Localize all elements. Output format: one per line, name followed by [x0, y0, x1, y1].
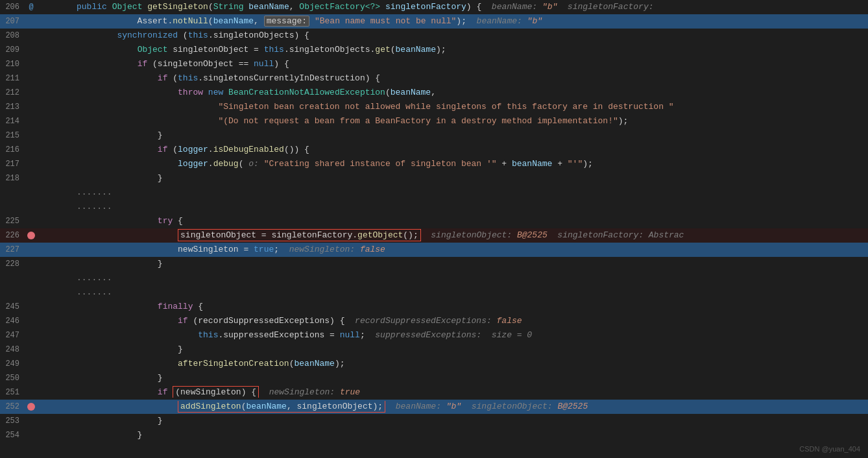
code-content: } — [71, 257, 868, 271]
line-number: 213 — [3, 102, 23, 112]
breakpoint-icon[interactable] — [27, 403, 35, 411]
line-number: 214 — [3, 117, 23, 126]
code-line-228: 228 } — [0, 257, 868, 271]
code-line-252: 252 addSingleton(beanName, singletonObje… — [0, 400, 868, 414]
line-number: 212 — [3, 88, 23, 97]
code-line-212: 212 throw new BeanCreationNotAllowedExce… — [0, 86, 868, 100]
code-line-211: 211 if (this.singletonsCurrentlyInDestru… — [0, 71, 868, 86]
line-number: 248 — [3, 345, 23, 354]
code-line-218: 218 } — [0, 171, 868, 186]
code-content: if (recordSuppressedExceptions) { record… — [71, 314, 868, 328]
code-line-253: 253 } — [0, 414, 868, 428]
code-content: public Object getSingleton(String beanNa… — [71, 0, 868, 14]
line-number: 215 — [3, 131, 23, 140]
code-line-206: 206 @ public Object getSingleton(String … — [0, 0, 868, 14]
code-line-213: 213 "Singleton bean creation not allowed… — [0, 100, 868, 114]
line-number: 251 — [3, 388, 23, 397]
code-dots-4: ....... — [0, 285, 868, 300]
code-line-209: 209 Object singletonObject = this.single… — [0, 43, 868, 57]
line-number: 227 — [3, 245, 23, 254]
code-line-245: 245 finally { — [0, 300, 868, 314]
code-content: this.suppressedExceptions = null; suppre… — [71, 328, 868, 343]
code-line-226: 226 singletonObject = singletonFactory.g… — [0, 228, 868, 243]
code-content: synchronized (this.singletonObjects) { — [71, 29, 868, 43]
dots: ....... — [71, 285, 112, 300]
dots: ....... — [71, 200, 112, 214]
code-dots-3: ....... — [0, 271, 868, 285]
line-number: 250 — [3, 374, 23, 383]
code-content: addSingleton(beanName, singletonObject);… — [71, 400, 868, 414]
line-number: 209 — [3, 45, 23, 54]
dots: ....... — [71, 271, 112, 285]
line-number: 254 — [3, 431, 23, 440]
code-line-216: 216 if (logger.isDebugEnabled()) { — [0, 143, 868, 157]
line-number: 252 — [3, 402, 23, 411]
code-content: } — [71, 343, 868, 357]
code-dots-2: ....... — [0, 200, 868, 214]
code-content: Assert.notNull(beanName, message: "Bean … — [71, 14, 868, 29]
watermark: CSDN @yuan_404 — [799, 445, 860, 453]
code-content: } — [71, 371, 868, 385]
line-number: 247 — [3, 331, 23, 340]
code-line-227: 227 newSingleton = true; newSingleton: f… — [0, 243, 868, 257]
code-line-249: 249 afterSingletonCreation(beanName); — [0, 357, 868, 371]
line-number: 216 — [3, 145, 23, 154]
code-line-217: 217 logger.debug( o: "Creating shared in… — [0, 157, 868, 171]
line-number: 211 — [3, 74, 23, 83]
code-content: "Singleton bean creation not allowed whi… — [71, 100, 868, 114]
code-content: } — [71, 428, 868, 442]
line-number: 207 — [3, 17, 23, 26]
code-line-248: 248 } — [0, 343, 868, 357]
line-number: 245 — [3, 302, 23, 311]
code-content: "(Do not request a bean from a BeanFacto… — [71, 114, 868, 128]
code-content: if (this.singletonsCurrentlyInDestructio… — [71, 71, 868, 86]
code-line-210: 210 if (singletonObject == null) { — [0, 57, 868, 71]
code-content: } — [71, 414, 868, 428]
code-content: afterSingletonCreation(beanName); — [71, 357, 868, 371]
code-content: } — [71, 171, 868, 186]
line-number: 228 — [3, 259, 23, 269]
line-number: 217 — [3, 160, 23, 169]
line-number: 208 — [3, 31, 23, 40]
code-content: if (newSingleton) { newSingleton: true — [71, 385, 868, 400]
code-line-251: 251 if (newSingleton) { newSingleton: tr… — [0, 385, 868, 400]
line-number: 206 — [3, 3, 23, 12]
code-line-254: 254 } — [0, 428, 868, 442]
code-dots-1: ....... — [0, 186, 868, 200]
code-content: logger.debug( o: "Creating shared instan… — [71, 157, 868, 171]
code-line-208: 208 synchronized (this.singletonObjects)… — [0, 29, 868, 43]
line-number: 210 — [3, 60, 23, 69]
annotation-icon: @ — [29, 3, 33, 12]
code-content: try { — [71, 214, 868, 228]
line-number: 225 — [3, 217, 23, 226]
code-content: } — [71, 128, 868, 143]
code-line-246: 246 if (recordSuppressedExceptions) { re… — [0, 314, 868, 328]
code-editor: 206 @ public Object getSingleton(String … — [0, 0, 868, 458]
code-content: throw new BeanCreationNotAllowedExceptio… — [71, 86, 868, 100]
line-number: 246 — [3, 317, 23, 326]
code-content: Object singletonObject = this.singletonO… — [71, 43, 868, 57]
dots: ....... — [71, 186, 112, 200]
code-content: singletonObject = singletonFactory.getOb… — [71, 228, 868, 243]
code-line-225: 225 try { — [0, 214, 868, 228]
line-number: 218 — [3, 174, 23, 183]
code-content: if (singletonObject == null) { — [71, 57, 868, 71]
code-line-215: 215 } — [0, 128, 868, 143]
code-content: if (logger.isDebugEnabled()) { — [71, 143, 868, 157]
line-number: 249 — [3, 359, 23, 368]
code-line-250: 250 } — [0, 371, 868, 385]
line-number: 253 — [3, 416, 23, 426]
code-content: finally { — [71, 300, 868, 314]
code-line-214: 214 "(Do not request a bean from a BeanF… — [0, 114, 868, 128]
code-content: newSingleton = true; newSingleton: false — [71, 243, 868, 257]
code-line-207: 207 Assert.notNull(beanName, message: "B… — [0, 14, 868, 29]
line-number: 226 — [3, 231, 23, 240]
code-line-247: 247 this.suppressedExceptions = null; su… — [0, 328, 868, 343]
breakpoint-icon[interactable] — [27, 232, 35, 239]
